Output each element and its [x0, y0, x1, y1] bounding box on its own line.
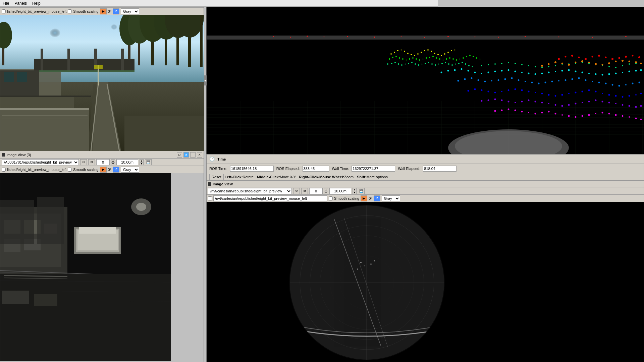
spin-up-bottom-right[interactable]: ▲ — [324, 188, 328, 191]
cycle-btn-bottom-right[interactable]: ↺ — [374, 195, 380, 201]
ros-elapsed-input[interactable] — [303, 166, 329, 172]
smooth-scale-label-bottom-right: Smooth scaling — [334, 196, 359, 200]
svg-point-255 — [585, 79, 587, 81]
orange-btn-top-left[interactable]: ▶ — [100, 8, 107, 14]
refresh-btn-bottom-left[interactable]: ↺ — [80, 159, 87, 165]
color-select-top-left[interactable]: Gray — [121, 8, 139, 14]
wall-elapsed-input[interactable] — [423, 166, 457, 172]
svg-point-275 — [541, 93, 543, 95]
svg-point-345 — [598, 55, 600, 57]
menu-file[interactable]: File — [3, 1, 9, 6]
svg-point-257 — [598, 82, 600, 83]
refresh-btn-bottom-right[interactable]: ↺ — [293, 188, 300, 194]
wall-time-input[interactable] — [352, 166, 395, 172]
spin-down-bottom-right[interactable]: ▼ — [324, 191, 328, 194]
svg-point-161 — [408, 63, 409, 64]
mouse-left-input-bottom-right[interactable] — [213, 195, 327, 201]
image-view-indicator — [208, 182, 211, 186]
svg-point-226 — [582, 72, 583, 73]
svg-point-279 — [568, 93, 570, 94]
svg-point-216 — [515, 71, 516, 72]
svg-point-93 — [290, 37, 291, 38]
mouse-left-check-bottom-right[interactable] — [208, 196, 212, 200]
save-btn-bottom-right[interactable]: 💾 — [358, 188, 365, 194]
sync-btn-bottom-left[interactable]: ↺ — [183, 152, 189, 158]
svg-point-237 — [464, 78, 466, 80]
svg-point-295 — [508, 101, 509, 103]
topic-select-bottom-right[interactable]: /nvt/cartesian/republished/eight_bit_pre… — [208, 188, 292, 194]
shift-label: Shift: — [357, 175, 366, 179]
orange-btn-bottom-left[interactable]: ▶ — [100, 167, 107, 173]
save-btn-bottom-left[interactable]: 💾 — [145, 159, 152, 165]
ros-time-input[interactable] — [230, 166, 274, 172]
svg-point-291 — [481, 100, 483, 102]
spin-up2-bottom-right[interactable]: ▲ — [353, 188, 357, 191]
reset-btn[interactable]: Reset — [209, 174, 224, 180]
smooth-scale-check-bottom-left[interactable] — [68, 168, 72, 172]
svg-point-240 — [484, 81, 486, 82]
cycle-btn-bottom-left[interactable]: ↺ — [113, 167, 119, 173]
spin-down2-bottom-left[interactable]: ▼ — [140, 162, 144, 165]
svg-point-182 — [488, 64, 489, 65]
svg-point-299 — [535, 101, 536, 103]
svg-point-94 — [307, 36, 308, 37]
rotation-label-top-left: 0° — [108, 9, 112, 13]
color-camera-svg — [0, 15, 204, 151]
smooth-scale-check-bottom-right[interactable] — [329, 196, 333, 200]
color-select-bottom-right[interactable]: Gray — [382, 195, 400, 201]
svg-point-317 — [501, 110, 503, 111]
mouse-left-check-bottom-left[interactable] — [2, 168, 6, 172]
collapse-handle[interactable]: ◀ — [204, 75, 207, 85]
svg-point-344 — [592, 56, 593, 58]
orange-btn-bottom-right[interactable]: ▶ — [361, 195, 367, 201]
menu-panels[interactable]: Panels — [14, 1, 27, 6]
image-view-toolbar1: /nvt/cartesian/republished/eight_bit_pre… — [207, 187, 644, 195]
copy-btn-bottom-right[interactable]: ⧉ — [301, 188, 308, 194]
menu-help[interactable]: Help — [32, 1, 41, 6]
spin-up2-bottom-left[interactable]: ▲ — [140, 159, 144, 162]
topic-select-bottom-left[interactable]: /A0001781/republished/eight_bit_preview — [2, 159, 79, 165]
svg-point-307 — [588, 101, 590, 103]
value-input-bottom-left[interactable] — [96, 159, 110, 165]
spin-group2-bottom-right: ▲ ▼ — [353, 188, 357, 194]
cycle-btn-top-left[interactable]: ↺ — [113, 8, 119, 14]
svg-point-156 — [391, 63, 392, 64]
svg-point-219 — [535, 73, 536, 75]
svg-point-205 — [441, 72, 442, 73]
svg-point-323 — [541, 112, 543, 114]
range-input-bottom-left[interactable] — [116, 159, 138, 165]
svg-point-270 — [508, 89, 509, 91]
svg-point-160 — [405, 64, 406, 65]
svg-point-187 — [521, 64, 523, 65]
spin-down2-bottom-right[interactable]: ▼ — [353, 191, 357, 194]
svg-point-236 — [458, 80, 459, 82]
smooth-scale-check-top-left[interactable] — [68, 9, 72, 13]
copy-btn-bottom-left[interactable]: ⧉ — [88, 159, 95, 165]
svg-point-117 — [424, 50, 425, 51]
value-input-bottom-right[interactable] — [309, 188, 323, 194]
svg-point-254 — [578, 77, 580, 79]
svg-point-297 — [521, 101, 523, 103]
svg-point-115 — [417, 53, 419, 55]
svg-point-269 — [501, 91, 502, 92]
spin-up-bottom-left[interactable]: ▲ — [111, 159, 115, 162]
svg-point-149 — [463, 57, 464, 59]
close-btn-bottom-left[interactable]: ✕ — [197, 152, 202, 158]
mouse-left-check-top-left[interactable] — [2, 9, 6, 13]
svg-point-355 — [561, 63, 563, 64]
svg-point-168 — [431, 63, 433, 65]
range-input-bottom-right[interactable] — [329, 188, 351, 194]
title-bar-bottom-left: Image View (3) D ↺ ─ ✕ — [0, 151, 204, 159]
svg-point-218 — [528, 73, 530, 74]
svg-point-162 — [411, 62, 413, 63]
minimize-btn-bottom-left[interactable]: ─ — [190, 152, 196, 158]
detach-btn-bottom-left[interactable]: D — [177, 152, 182, 158]
svg-point-293 — [494, 99, 496, 100]
time-section-header: 🕐 Time — [207, 155, 644, 164]
svg-point-105 — [592, 37, 593, 38]
svg-point-241 — [491, 80, 492, 81]
svg-point-250 — [551, 81, 553, 82]
color-select-bottom-left[interactable]: Gray — [121, 167, 139, 173]
spin-down-bottom-left[interactable]: ▼ — [111, 162, 115, 165]
svg-point-386 — [364, 265, 365, 266]
